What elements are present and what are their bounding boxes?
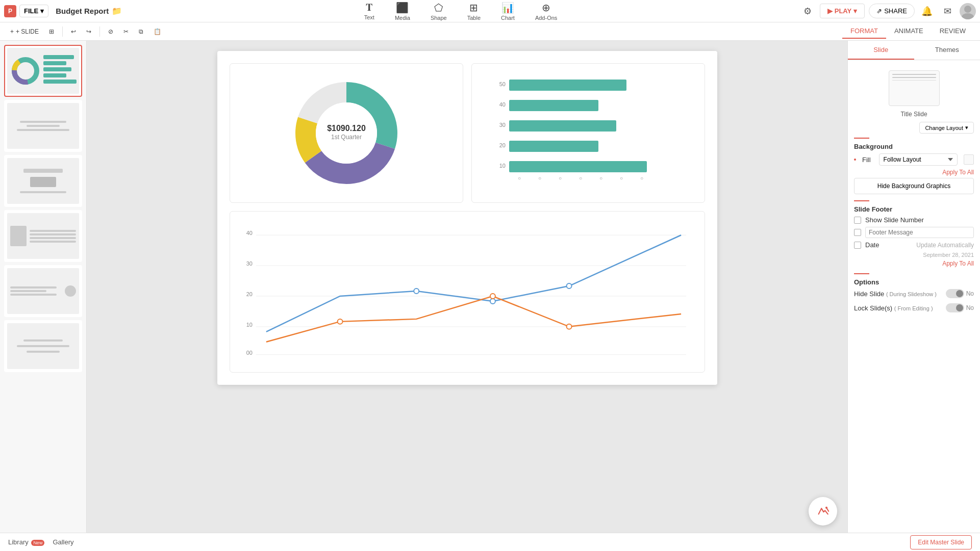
tab-review[interactable]: REVIEW: [932, 24, 974, 39]
date-auto-label: Update Automatically: [883, 242, 974, 249]
tab-library[interactable]: Library New: [8, 535, 44, 549]
plus-icon: +: [10, 28, 14, 35]
undo-button[interactable]: ↩: [67, 26, 80, 37]
hide-slide-row: Hide Slide ( During Slideshow ) No: [854, 289, 974, 298]
paste-button[interactable]: 📋: [149, 26, 165, 37]
date-checkbox[interactable]: [854, 242, 861, 249]
hide-slide-thumb: [956, 290, 963, 297]
fill-dot: [854, 159, 856, 161]
main: 1: [0, 41, 980, 533]
fill-row: Fill Follow Layout: [854, 153, 974, 166]
notification-icon[interactable]: 🔔: [919, 3, 935, 19]
background-label: Background: [854, 143, 974, 150]
copy-button[interactable]: ⧉: [135, 26, 147, 37]
divider2: [99, 27, 100, 37]
background-divider: [854, 138, 869, 139]
change-layout-button[interactable]: Change Layout ▾: [919, 122, 974, 134]
svg-text:30: 30: [246, 260, 252, 267]
show-slide-num-row: Show Slide Number: [854, 216, 974, 224]
toolbar-text[interactable]: 𝐓 Text: [360, 0, 379, 22]
slide-thumb-3[interactable]: [4, 155, 82, 207]
fill-select[interactable]: Follow Layout: [879, 153, 958, 166]
line-chart-svg: 40 30 20 10 00: [238, 220, 696, 362]
play-button[interactable]: ▶ PLAY ▾: [820, 4, 865, 18]
hide-bg-button[interactable]: Hide Background Graphics: [854, 178, 974, 194]
tab-gallery[interactable]: Gallery: [53, 535, 73, 549]
svg-rect-6: [43, 61, 66, 65]
svg-text:○: ○: [640, 175, 643, 181]
apply-to-all-1[interactable]: Apply To All: [854, 169, 974, 176]
app-icon: P: [4, 5, 16, 17]
floating-action-button[interactable]: [809, 497, 837, 526]
svg-text:○: ○: [558, 175, 561, 181]
media-icon: ⬛: [396, 2, 409, 14]
paste-style-button[interactable]: ⊘: [104, 26, 117, 37]
cut-button[interactable]: ✂: [119, 26, 133, 37]
redo-button[interactable]: ↪: [82, 26, 95, 37]
edit-master-button[interactable]: Edit Master Slide: [910, 535, 972, 549]
tab-slide[interactable]: Slide: [848, 41, 914, 60]
lock-slide-toggle[interactable]: No: [946, 303, 974, 312]
svg-text:20: 20: [246, 291, 252, 297]
tab-animate[interactable]: ANIMATE: [886, 24, 932, 39]
svg-text:20: 20: [499, 142, 505, 148]
svg-point-48: [490, 294, 495, 299]
toolbar2: + + SLIDE ⊞ ↩ ↪ ⊘ ✂ ⧉ 📋 FORMAT ANIMATE R…: [0, 22, 980, 41]
footer-label: Slide Footer: [854, 205, 974, 213]
topbar-right: ⚙ ▶ PLAY ▾ ⇗ SHARE 🔔 ✉: [799, 3, 976, 19]
shape-icon: ⬠: [434, 2, 443, 14]
slide-thumb-6[interactable]: [4, 320, 82, 372]
fill-color-swatch[interactable]: [964, 154, 974, 165]
slide-thumb-2[interactable]: [4, 100, 82, 152]
hide-slide-toggle[interactable]: No: [946, 289, 974, 298]
share-icon: ⇗: [876, 7, 882, 15]
svg-point-44: [414, 288, 419, 294]
tab-format[interactable]: FORMAT: [842, 24, 886, 39]
toolbar-shape[interactable]: ⬠ Shape: [426, 0, 451, 23]
toolbar-media[interactable]: ⬛ Media: [391, 0, 414, 23]
panel-content: Title Slide Change Layout ▾ Background F…: [848, 60, 980, 324]
right-panel: Slide Themes Title Slide Change Layout ▾: [847, 41, 980, 533]
slide-thumb-1[interactable]: 1: [4, 45, 82, 97]
donut-container: $1090.120 1st Quarter: [238, 72, 455, 194]
share-button[interactable]: ⇗ SHARE: [869, 4, 915, 18]
svg-text:00: 00: [246, 350, 252, 356]
layout-preview-area: Title Slide: [854, 70, 974, 118]
svg-point-50: [825, 507, 827, 509]
svg-text:1st Quarter: 1st Quarter: [331, 134, 361, 141]
divider: [62, 27, 63, 37]
slide-add-button[interactable]: + + SLIDE: [6, 26, 43, 37]
lock-slide-label: Lock Slide(s) ( From Editing ): [854, 304, 946, 312]
message-icon[interactable]: ✉: [939, 3, 956, 19]
avatar[interactable]: [960, 3, 976, 19]
line-chart-box[interactable]: 40 30 20 10 00: [230, 211, 705, 373]
donut-chart-box[interactable]: $1090.120 1st Quarter: [230, 63, 463, 203]
svg-text:10: 10: [499, 163, 505, 169]
donut-svg: $1090.120 1st Quarter: [280, 77, 413, 189]
svg-point-45: [490, 299, 495, 304]
slide-thumb-5[interactable]: [4, 265, 82, 317]
svg-text:○: ○: [579, 175, 582, 181]
show-slide-num-checkbox[interactable]: [854, 217, 861, 224]
addons-icon: ⊕: [542, 2, 550, 14]
footer-message-checkbox[interactable]: [854, 229, 861, 236]
settings-icon[interactable]: ⚙: [799, 3, 816, 19]
apply-to-all-2[interactable]: Apply To All: [854, 260, 974, 267]
svg-text:○: ○: [517, 175, 520, 181]
lock-slide-track[interactable]: [946, 303, 964, 312]
tab-themes[interactable]: Themes: [914, 41, 981, 60]
hide-slide-track[interactable]: [946, 289, 964, 298]
toolbar-chart[interactable]: 📊 Chart: [497, 0, 519, 23]
grid-view-button[interactable]: ⊞: [45, 26, 58, 37]
svg-text:○: ○: [538, 175, 541, 181]
canvas-area[interactable]: $1090.120 1st Quarter 50 40 30 20 10: [87, 41, 847, 533]
file-button[interactable]: FILE ▾: [19, 5, 48, 17]
footer-divider: [854, 200, 869, 201]
footer-message-input[interactable]: [865, 227, 974, 238]
toolbar-table[interactable]: ⊞ Table: [463, 0, 485, 23]
slide-thumb-4[interactable]: [4, 210, 82, 262]
svg-text:○: ○: [599, 175, 602, 181]
toolbar-addons[interactable]: ⊕ Add-Ons: [531, 0, 561, 23]
bar-chart-box[interactable]: 50 40 30 20 10 ○ ○ ○ ○ ○: [471, 63, 705, 203]
svg-point-1: [962, 13, 974, 19]
